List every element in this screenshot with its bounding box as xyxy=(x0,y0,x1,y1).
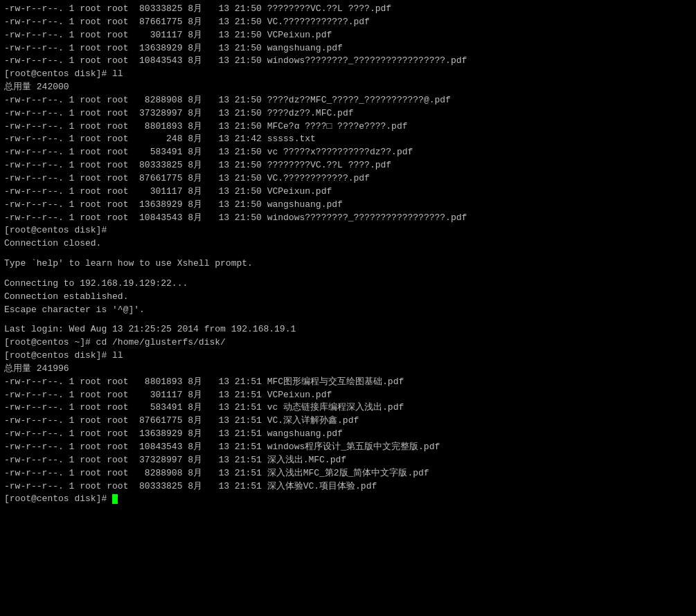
terminal-line: -rw-r--r--. 1 root root 13638929 8月 13 2… xyxy=(4,428,692,441)
terminal-line: -rw-r--r--. 1 root root 37328997 8月 13 2… xyxy=(4,454,692,467)
terminal-line: -rw-r--r--. 1 root root 87661775 8月 13 2… xyxy=(4,172,692,185)
terminal-line: -rw-r--r--. 1 root root 13638929 8月 13 2… xyxy=(4,199,692,212)
terminal-line: -rw-r--r--. 1 root root 87661775 8月 13 2… xyxy=(4,16,692,29)
terminal: -rw-r--r--. 1 root root 80333825 8月 13 2… xyxy=(4,3,692,616)
terminal-line: -rw-r--r--. 1 root root 10843543 8月 13 2… xyxy=(4,212,692,225)
terminal-line: -rw-r--r--. 1 root root 8801893 8月 13 21… xyxy=(4,120,692,134)
terminal-line: -rw-r--r--. 1 root root 301117 8月 13 21:… xyxy=(4,185,692,199)
terminal-line: Last login: Wed Aug 13 21:25:25 2014 fro… xyxy=(4,323,692,336)
terminal-line: [root@centos disk]# xyxy=(4,224,692,237)
terminal-line: -rw-r--r--. 1 root root 80333825 8月 13 2… xyxy=(4,480,692,493)
terminal-line: 总用量 242000 xyxy=(4,81,692,94)
terminal-line: -rw-r--r--. 1 root root 13638929 8月 13 2… xyxy=(4,42,692,55)
terminal-line: -rw-r--r--. 1 root root 583491 8月 13 21:… xyxy=(4,146,692,159)
terminal-line: Connection established. xyxy=(4,291,692,304)
blank-line xyxy=(4,316,692,323)
terminal-line: -rw-r--r--. 1 root root 80333825 8月 13 2… xyxy=(4,3,692,16)
terminal-line: Escape character is '^@]'. xyxy=(4,304,692,317)
terminal-line: -rw-r--r--. 1 root root 301117 8月 13 21:… xyxy=(4,389,692,402)
blank-line xyxy=(4,271,692,278)
terminal-line: -rw-r--r--. 1 root root 8288908 8月 13 21… xyxy=(4,467,692,480)
terminal-line: Connecting to 192.168.19.129:22... xyxy=(4,278,692,291)
terminal-line: -rw-r--r--. 1 root root 87661775 8月 13 2… xyxy=(4,415,692,428)
terminal-line: Connection closed. xyxy=(4,237,692,251)
terminal-line: -rw-r--r--. 1 root root 8801893 8月 13 21… xyxy=(4,376,692,389)
terminal-line: -rw-r--r--. 1 root root 248 8月 13 21:42 … xyxy=(4,133,692,146)
blank-line xyxy=(4,251,692,257)
terminal-line: -rw-r--r--. 1 root root 8288908 8月 13 21… xyxy=(4,94,692,107)
terminal-line: -rw-r--r--. 1 root root 80333825 8月 13 2… xyxy=(4,159,692,172)
terminal-line: [root@centos disk]# ll xyxy=(4,68,692,81)
terminal-line: -rw-r--r--. 1 root root 37328997 8月 13 2… xyxy=(4,107,692,120)
terminal-line: [root@centos ~]# cd /home/glusterfs/disk… xyxy=(4,336,692,350)
terminal-line: Type `help' to learn how to use Xshell p… xyxy=(4,257,692,271)
terminal-line: -rw-r--r--. 1 root root 10843543 8月 13 2… xyxy=(4,55,692,68)
terminal-line: -rw-r--r--. 1 root root 583491 8月 13 21:… xyxy=(4,401,692,415)
terminal-line: [root@centos disk]# ll xyxy=(4,350,692,363)
terminal-line: -rw-r--r--. 1 root root 301117 8月 13 21:… xyxy=(4,29,692,42)
terminal-cursor xyxy=(112,494,118,504)
terminal-line: -rw-r--r--. 1 root root 10843543 8月 13 2… xyxy=(4,441,692,454)
terminal-prompt-cursor: [root@centos disk]# xyxy=(4,493,692,506)
terminal-line: 总用量 241996 xyxy=(4,363,692,376)
